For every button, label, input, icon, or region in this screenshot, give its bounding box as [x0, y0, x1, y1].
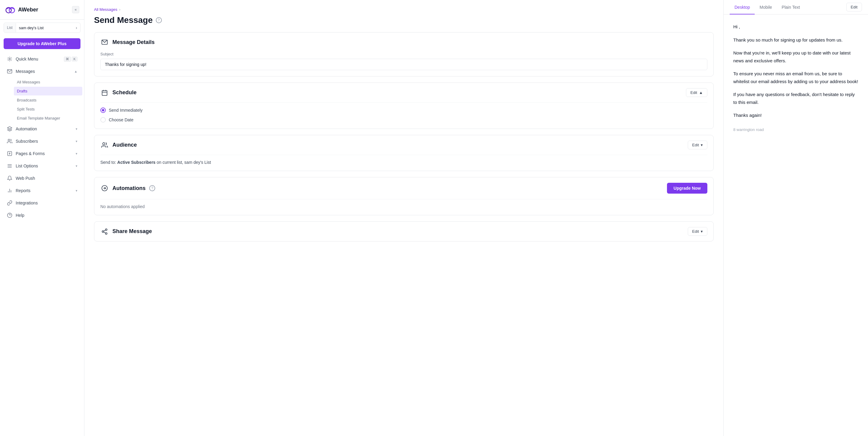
schedule-chevron-up-icon: ▲: [699, 90, 703, 95]
send-to-prefix: Send to:: [100, 160, 116, 165]
sidebar-item-list-options[interactable]: List Options ▾: [2, 160, 82, 172]
svg-rect-16: [102, 90, 107, 96]
collapse-icon: «: [75, 7, 77, 12]
svg-point-20: [103, 142, 105, 144]
schedule-icon: [100, 89, 109, 97]
sidebar-item-help-label: Help: [16, 213, 78, 218]
breadcrumb-parent-link[interactable]: All Messages: [94, 7, 117, 12]
sidebar-header: AWeber «: [0, 0, 84, 20]
automations-section: Automations ? Upgrade Now No automations…: [94, 177, 714, 215]
preview-edit-button[interactable]: Edit: [846, 3, 862, 11]
sidebar-item-email-template-manager[interactable]: Email Template Manager: [14, 114, 82, 123]
sidebar-item-pages-forms[interactable]: Pages & Forms ▾: [2, 147, 82, 160]
tab-plain-text[interactable]: Plain Text: [777, 0, 805, 14]
no-automations-text: No automations applied: [100, 204, 707, 209]
page-help-icon[interactable]: ?: [156, 17, 162, 23]
share-message-chevron-icon: ▾: [701, 229, 703, 234]
message-details-body: Subject: [94, 52, 713, 76]
sidebar-item-automation-label: Automation: [16, 127, 73, 131]
send-immediately-label: Send Immediately: [109, 108, 143, 112]
preview-paragraph2: Now that you're in, we'll keep you up to…: [733, 49, 858, 64]
preview-paragraph4: If you have any questions or feedback, d…: [733, 91, 858, 106]
sidebar-item-help[interactable]: Help: [2, 209, 82, 221]
schedule-title: Schedule: [113, 90, 682, 96]
reports-icon: [7, 188, 13, 194]
send-immediately-radio[interactable]: [100, 107, 106, 113]
sidebar-item-broadcasts[interactable]: Broadcasts: [14, 96, 82, 104]
svg-point-24: [105, 232, 107, 234]
sidebar-item-integrations[interactable]: Integrations: [2, 197, 82, 209]
automations-icon: [100, 184, 109, 192]
tab-desktop[interactable]: Desktop: [730, 0, 755, 14]
message-details-title: Message Details: [113, 39, 707, 45]
preview-body: Hi , Thank you so much for signing up fo…: [724, 14, 868, 436]
schedule-body: Send Immediately Choose Date: [94, 102, 713, 129]
sidebar-item-integrations-label: Integrations: [16, 201, 78, 205]
list-chevron-icon: ›: [73, 23, 80, 33]
preview-paragraph1: Thank you so much for signing up for upd…: [733, 36, 858, 44]
logo-area: AWeber: [5, 4, 38, 15]
send-immediately-radio-dot: [102, 109, 104, 111]
audience-section: Audience Edit ▾ Send to: Active Subscrib…: [94, 135, 714, 171]
share-message-icon: [100, 227, 109, 236]
sidebar-item-web-push[interactable]: Web Push: [2, 172, 82, 184]
sidebar-item-messages[interactable]: Messages ▲: [2, 65, 82, 77]
sidebar-item-messages-label: Messages: [16, 69, 71, 74]
share-message-header: Share Message Edit ▾: [94, 222, 713, 241]
svg-point-3: [9, 59, 10, 60]
audience-header: Audience Edit ▾: [94, 135, 713, 155]
tab-mobile[interactable]: Mobile: [755, 0, 777, 14]
sidebar-item-split-tests[interactable]: Split Tests: [14, 105, 82, 113]
choose-date-label: Choose Date: [109, 118, 133, 122]
page-title: Send Message: [94, 15, 153, 25]
sidebar-item-pages-forms-label: Pages & Forms: [16, 151, 73, 156]
audience-text: Send to: Active Subscribers on current l…: [100, 160, 707, 165]
schedule-header: Schedule Edit ▲: [94, 83, 713, 102]
sidebar-item-subscribers-label: Subscribers: [16, 139, 73, 144]
message-details-icon: [100, 38, 109, 46]
sidebar-item-quick-menu[interactable]: Quick Menu ⌘ K: [2, 53, 82, 65]
sidebar-item-subscribers[interactable]: Subscribers ▾: [2, 135, 82, 147]
share-message-edit-button[interactable]: Edit ▾: [688, 227, 707, 236]
sidebar-collapse-button[interactable]: «: [72, 6, 79, 13]
sidebar-item-automation[interactable]: Automation ▾: [2, 123, 82, 135]
automations-help-icon[interactable]: ?: [149, 185, 155, 191]
list-selector[interactable]: List sam dey's List ›: [4, 23, 81, 33]
aweber-logo-icon: [5, 4, 16, 15]
list-options-chevron-icon: ▾: [76, 164, 78, 168]
choose-date-option[interactable]: Choose Date: [100, 117, 707, 123]
messages-chevron-icon: ▲: [74, 70, 78, 73]
list-options-icon: [7, 163, 13, 169]
automations-header: Automations ? Upgrade Now: [94, 177, 713, 199]
audience-edit-button[interactable]: Edit ▾: [688, 141, 707, 149]
choose-date-radio[interactable]: [100, 117, 106, 123]
message-details-section: Message Details Subject: [94, 32, 714, 76]
subscribers-icon: [7, 138, 13, 144]
help-icon: [7, 212, 13, 218]
sidebar-item-all-messages[interactable]: All Messages: [14, 78, 82, 87]
upgrade-to-aweber-plus-button[interactable]: Upgrade to AWeber Plus: [4, 38, 81, 49]
messages-icon: [7, 68, 13, 74]
main-area: All Messages › Send Message ? Message De…: [84, 0, 868, 436]
page-title-row: Send Message ?: [94, 15, 714, 25]
sidebar-item-drafts[interactable]: Drafts: [14, 87, 82, 96]
list-label: List: [4, 23, 16, 32]
schedule-edit-button[interactable]: Edit ▲: [686, 88, 707, 97]
audience-value: Active Subscribers: [117, 160, 156, 165]
send-immediately-option[interactable]: Send Immediately: [100, 107, 707, 113]
audience-icon: [100, 141, 109, 149]
automation-chevron-icon: ▾: [76, 127, 78, 131]
svg-line-26: [104, 230, 105, 231]
schedule-radio-group: Send Immediately Choose Date: [100, 107, 707, 123]
list-name: sam dey's List: [16, 23, 73, 33]
sidebar-item-list-options-label: List Options: [16, 164, 73, 168]
preview-address: 8 warrington road: [733, 127, 858, 133]
preview-greeting: Hi ,: [733, 23, 858, 31]
audience-edit-label: Edit: [692, 143, 699, 147]
svg-point-5: [8, 139, 10, 141]
share-message-section: Share Message Edit ▾: [94, 221, 714, 241]
sidebar-item-reports[interactable]: Reports ▾: [2, 185, 82, 197]
subject-input[interactable]: [100, 59, 707, 70]
automation-icon: [7, 126, 13, 132]
upgrade-now-button[interactable]: Upgrade Now: [667, 183, 707, 194]
